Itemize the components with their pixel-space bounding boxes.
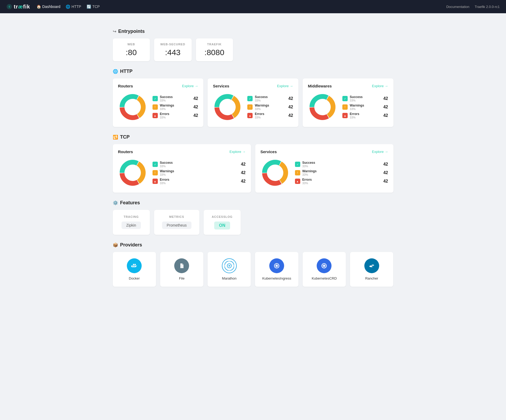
logo-icon: t (6, 4, 12, 10)
tcp-title: TCP (120, 134, 130, 140)
tcp-section-header: 🔁 TCP (113, 134, 393, 140)
legend-item-success: ✓ Success 33% 42 (153, 161, 246, 168)
explore-link[interactable]: Explore → (372, 84, 388, 88)
legend: ✓ Success 33% 42 ! Warnings (247, 95, 293, 119)
legend-item-error: ▲ Errors 33% 42 (153, 178, 246, 185)
feature-value: Zipkin (122, 222, 141, 229)
legend-item-success: ✓ Success 33% 42 (247, 95, 293, 102)
providers-section-header: 📦 Providers (113, 242, 393, 248)
legend-count-warning: 42 (383, 105, 388, 109)
legend-text-error: Errors 33% (160, 178, 239, 185)
card-header: Services Explore → (213, 84, 293, 88)
legend-text-success: Success 33% (255, 95, 286, 102)
chart-area: ✓ Success 33% 42 ! Warnings (118, 92, 198, 122)
nav-http[interactable]: 🌐 HTTP (66, 5, 81, 9)
error-icon: ▲ (247, 113, 253, 118)
provider-icon-docker (127, 258, 142, 273)
provider-name-kubernetesIngress: KubernetesIngress (262, 276, 291, 280)
feature-label: TRACING (121, 215, 142, 218)
tcp-cards-panel-routers: Routers Explore → ✓ Success 33% (113, 144, 251, 193)
main-content: ↪ Entrypoints WEB :80 WEB-SECURED :443 T… (108, 13, 399, 295)
nav-links: 🏠 Dashboard 🌐 HTTP 🔄 TCP (37, 5, 100, 9)
http-cards-panel-services: Services Explore → ✓ Success 33% (208, 78, 298, 127)
legend-item-error: ▲ Errors 33% 42 (295, 178, 388, 185)
http-cards-row: Routers Explore → ✓ Success 33% (113, 78, 393, 127)
legend-item-error: ▲ Errors 33% 42 (153, 112, 198, 119)
navbar: t træfik 🏠 Dashboard 🌐 HTTP 🔄 TCP Docume… (0, 0, 506, 13)
feature-metrics: METRICS Prometheus (154, 210, 199, 235)
provider-icon-file (174, 258, 189, 273)
explore-link[interactable]: Explore → (182, 84, 198, 88)
features-section-header: ⚙️ Features (113, 200, 393, 206)
card-title: Routers (118, 149, 133, 154)
entrypoint-web: WEB :80 (113, 38, 150, 61)
refresh-icon: 🔄 (87, 5, 91, 9)
success-icon: ✓ (342, 96, 348, 101)
legend-count-warning: 42 (383, 170, 388, 175)
tcp-cards-row: Routers Explore → ✓ Success 33% (113, 144, 393, 193)
entrypoints-section-header: ↪ Entrypoints (113, 29, 393, 34)
providers-title: Providers (120, 242, 142, 248)
warning-icon: ! (342, 104, 348, 110)
error-icon: ▲ (153, 179, 158, 184)
legend-count-warning: 42 (241, 170, 246, 175)
legend-item-warning: ! Warnings 33% 42 (295, 169, 388, 176)
home-icon: 🏠 (37, 5, 41, 9)
nav-left: t træfik 🏠 Dashboard 🌐 HTTP 🔄 TCP (6, 4, 100, 10)
provider-name-kubernetesCRD: KubernetesCRD (312, 276, 337, 280)
legend-text-success: Success 33% (160, 161, 239, 168)
legend-count-success: 42 (193, 96, 198, 101)
nav-tcp[interactable]: 🔄 TCP (87, 5, 100, 9)
warning-icon: ! (247, 104, 253, 110)
logo-text: træfik (14, 4, 30, 10)
explore-link[interactable]: Explore → (372, 150, 388, 154)
svg-rect-25 (135, 266, 136, 267)
success-icon: ✓ (153, 96, 158, 101)
legend-count-error: 42 (383, 179, 388, 184)
legend-text-error: Errors 33% (160, 112, 191, 119)
svg-point-49 (371, 264, 374, 266)
donut-chart (118, 92, 147, 122)
legend-item-success: ✓ Success 33% 42 (153, 95, 198, 102)
entrypoints-title: Entrypoints (118, 29, 145, 34)
card-header: Services Explore → (261, 149, 388, 154)
legend-count-error: 42 (288, 113, 293, 118)
success-icon: ✓ (295, 162, 300, 167)
warning-icon: ! (295, 170, 300, 175)
nav-docs[interactable]: Documentation (446, 5, 469, 9)
donut-chart (213, 92, 242, 122)
provider-marathon: Marathon (208, 252, 251, 287)
legend-text-success: Success 33% (350, 95, 381, 102)
features-row: TRACING Zipkin METRICS Prometheus ACCESS… (113, 210, 393, 235)
entrypoint-web-secured: WEB-SECURED :443 (154, 38, 192, 61)
explore-link[interactable]: Explore → (230, 150, 246, 154)
entrypoints-icon: ↪ (113, 29, 116, 34)
legend-text-error: Errors 33% (302, 178, 381, 185)
provider-kubernetesCRD: KubernetesCRD (303, 252, 346, 287)
http-icon: 🌐 (113, 69, 118, 74)
provider-icon-kubernetesIngress (269, 258, 284, 273)
legend-item-warning: ! Warnings 33% 42 (247, 104, 293, 110)
globe-icon: 🌐 (66, 5, 70, 9)
legend-item-warning: ! Warnings 33% 42 (153, 104, 198, 110)
legend-count-success: 42 (383, 96, 388, 101)
nav-version: Traefik 2.0.0-rc1 (475, 5, 500, 9)
provider-docker: Docker (113, 252, 156, 287)
legend-text-warning: Warnings 33% (160, 104, 191, 110)
legend-text-warning: Warnings 33% (255, 104, 286, 110)
svg-point-50 (371, 266, 373, 267)
error-icon: ▲ (153, 113, 158, 118)
svg-text:t: t (9, 5, 10, 8)
explore-link[interactable]: Explore → (277, 84, 293, 88)
nav-dashboard[interactable]: 🏠 Dashboard (37, 5, 61, 9)
provider-name-marathon: Marathon (222, 276, 236, 280)
entrypoints-row: WEB :80 WEB-SECURED :443 TRAEFIK :8080 (113, 38, 393, 61)
feature-accesslog: ACCESSLOG ON (204, 210, 241, 235)
feature-value: ON (214, 222, 230, 229)
legend-count-success: 42 (383, 162, 388, 167)
legend-item-error: ▲ Errors 33% 42 (247, 112, 293, 119)
legend-text-warning: Warnings 33% (160, 169, 239, 176)
svg-rect-24 (133, 266, 134, 267)
legend: ✓ Success 33% 42 ! Warnings (153, 95, 198, 119)
chart-area: ✓ Success 33% 42 ! Warnings (213, 92, 293, 122)
